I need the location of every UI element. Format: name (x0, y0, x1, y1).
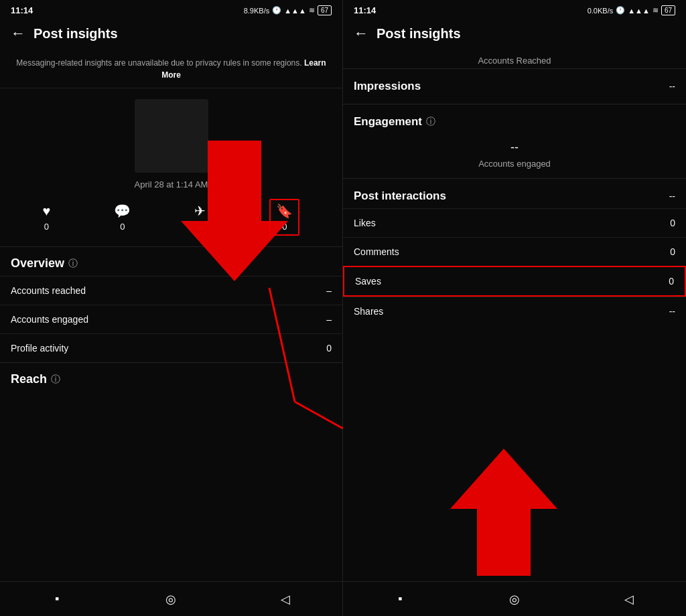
shares-row: Shares -- (343, 297, 686, 325)
overview-header: Overview ⓘ (0, 247, 342, 276)
post-interactions-section: Post interactions -- Likes 0 Comments 0 … (343, 179, 686, 325)
overview-title: Overview (11, 256, 64, 271)
impressions-row: Impressions -- (343, 69, 686, 104)
wifi-icon: ≋ (309, 6, 315, 15)
right-back-button[interactable]: ← (354, 25, 368, 42)
likes-row: Likes 0 (343, 208, 686, 237)
saves-stat-highlighted: 🔖 0 (269, 199, 299, 236)
likes-label: Likes (354, 218, 376, 228)
accounts-reached-subtitle: Accounts Reached (343, 50, 686, 69)
left-status-bar: 11:14 8.9KB/s 🕐 ▲▲▲ ≋ 67 (0, 0, 342, 18)
heart-icon: ♥ (43, 204, 51, 219)
engagement-center: -- Accounts engaged (354, 129, 675, 178)
shares-label: Shares (354, 306, 383, 317)
likes-stat: ♥ 0 (43, 204, 51, 232)
accounts-reached-label: Accounts reached (11, 285, 86, 296)
post-interactions-total: -- (669, 191, 675, 202)
left-page-title: Post insights (33, 26, 118, 42)
left-bottom-nav: ▪ ◎ ◁ (0, 581, 342, 616)
post-interactions-header: Post interactions -- (343, 179, 686, 208)
saves-count: 0 (669, 276, 674, 287)
post-interactions-title: Post interactions (354, 189, 446, 203)
impressions-value: -- (669, 81, 675, 92)
right-scroll-area[interactable]: Accounts Reached Impressions -- Engageme… (343, 50, 686, 616)
bookmark-icon: 🔖 (276, 203, 293, 219)
right-clock-icon: 🕐 (616, 6, 625, 15)
battery-icon: 67 (318, 5, 332, 15)
reach-title: Reach (11, 372, 47, 386)
comment-icon: 💬 (114, 203, 131, 219)
comments-row: Comments 0 (343, 237, 686, 266)
send-icon: ✈ (194, 203, 206, 219)
right-nav-home[interactable]: ◎ (504, 589, 525, 610)
accounts-engaged-value: – (326, 314, 332, 325)
right-speed: 0.0KB/s (588, 7, 614, 15)
saves-label: Saves (355, 276, 381, 287)
right-status-icons: 0.0KB/s 🕐 ▲▲▲ ≋ 67 (588, 5, 675, 15)
privacy-notice: Messaging-related insights are unavailab… (0, 50, 342, 88)
right-phone-panel: 11:14 0.0KB/s 🕐 ▲▲▲ ≋ 67 ← Post insights… (343, 0, 686, 616)
signal-icon: ▲▲▲ (284, 7, 306, 15)
saves-value: 0 (282, 222, 287, 232)
reach-section: Reach ⓘ (0, 363, 342, 392)
profile-activity-label: Profile activity (11, 343, 68, 354)
speed-indicator: 8.9KB/s (244, 7, 270, 15)
right-signal-icon: ▲▲▲ (628, 7, 650, 15)
left-status-icons: 8.9KB/s 🕐 ▲▲▲ ≋ 67 (244, 5, 332, 15)
likes-value: 0 (44, 222, 49, 232)
overview-section: Overview ⓘ Accounts reached – Accounts e… (0, 247, 342, 362)
left-back-button[interactable]: ← (11, 25, 25, 42)
reach-info-icon: ⓘ (51, 374, 60, 386)
right-nav-back[interactable]: ◁ (618, 589, 640, 610)
accounts-engaged-row: Accounts engaged – (0, 305, 342, 333)
post-date: April 28 at 1:14 AM (135, 179, 208, 189)
right-time: 11:14 (354, 5, 376, 15)
accounts-reached-value: – (326, 285, 332, 296)
accounts-engaged-label: Accounts engaged (11, 314, 88, 325)
engagement-value: -- (510, 141, 519, 155)
profile-activity-row: Profile activity 0 (0, 333, 342, 362)
right-header: ← Post insights (343, 18, 686, 50)
overview-info-icon: ⓘ (68, 258, 78, 270)
saves-row-highlighted: Saves 0 (343, 266, 686, 297)
shares-value: -- (198, 222, 204, 232)
right-status-bar: 11:14 0.0KB/s 🕐 ▲▲▲ ≋ 67 (343, 0, 686, 18)
shares-stat: ✈ -- (194, 203, 206, 232)
left-time: 11:14 (11, 5, 33, 15)
clock-icon: 🕐 (272, 6, 281, 15)
profile-activity-value: 0 (326, 343, 332, 354)
left-scroll-area[interactable]: Messaging-related insights are unavailab… (0, 50, 342, 616)
likes-count: 0 (670, 218, 675, 228)
left-phone-panel: 11:14 8.9KB/s 🕐 ▲▲▲ ≋ 67 ← Post insights… (0, 0, 343, 616)
comments-count: 0 (670, 246, 675, 257)
post-preview: April 28 at 1:14 AM ♥ 0 💬 0 ✈ -- 🔖 0 (0, 88, 342, 247)
privacy-text: Messaging-related insights are unavailab… (16, 58, 301, 68)
reach-header: Reach ⓘ (0, 363, 342, 392)
right-nav-square[interactable]: ▪ (389, 589, 411, 610)
shares-count: -- (669, 306, 675, 317)
impressions-label: Impressions (354, 80, 421, 93)
engagement-section: Engagement ⓘ -- Accounts engaged (343, 104, 686, 178)
engagement-header: Engagement ⓘ (354, 104, 675, 129)
left-nav-square[interactable]: ▪ (46, 589, 68, 610)
comments-stat: 💬 0 (114, 203, 131, 232)
left-header: ← Post insights (0, 18, 342, 50)
engagement-title: Engagement (354, 115, 422, 129)
accounts-reached-row: Accounts reached – (0, 276, 342, 305)
post-thumbnail (135, 99, 208, 173)
right-wifi-icon: ≋ (653, 6, 659, 15)
left-nav-back[interactable]: ◁ (275, 589, 296, 610)
engagement-sub-label: Accounts engaged (478, 159, 551, 169)
left-nav-home[interactable]: ◎ (160, 589, 182, 610)
comments-label: Comments (354, 246, 399, 257)
right-page-title: Post insights (376, 26, 461, 42)
right-battery-icon: 67 (661, 5, 675, 15)
comments-value: 0 (120, 222, 125, 232)
engagement-info-icon: ⓘ (426, 116, 435, 128)
right-bottom-nav: ▪ ◎ ◁ (343, 581, 686, 616)
post-stats-row: ♥ 0 💬 0 ✈ -- 🔖 0 (11, 199, 332, 236)
